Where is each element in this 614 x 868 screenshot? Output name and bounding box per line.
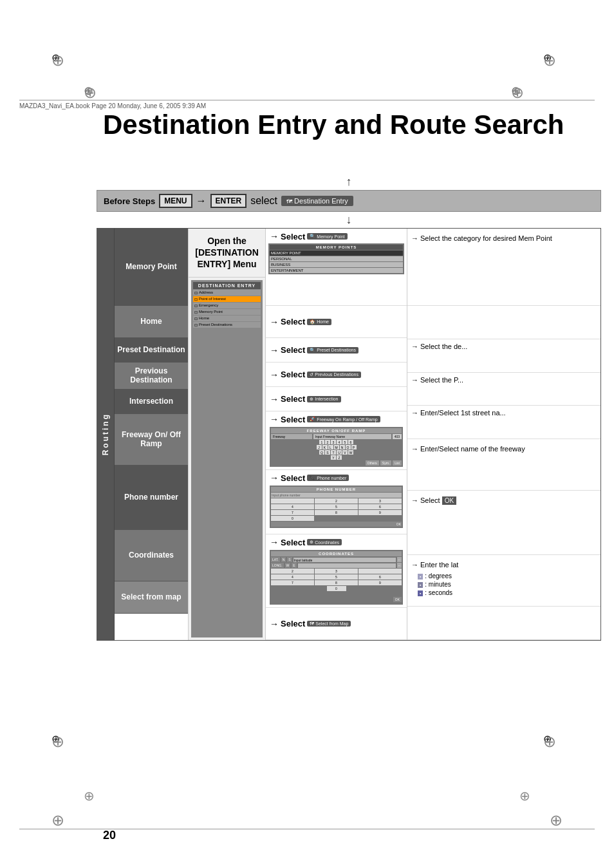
instr-arrow-phone: → [411,496,418,505]
enter-key: ENTER [210,194,247,208]
select-header-memory: → Select 🔍 Memory Point [266,230,407,243]
routing-label: Routing [101,406,110,462]
instr-text-freeway: Enter/Select name of the freeway [420,444,525,453]
select-header-home: → Select 🏠 Home [266,316,335,328]
select-word-freeway: Select [281,415,305,424]
chip-home: 🏠 Home [307,319,331,325]
dest-menu-item-poi: ⊡Point of Interest [193,296,261,302]
instr-prev: → Select the P... [407,373,600,406]
select-section-coord: → Select ⊕ Coordinates COORDINATES LAT. … [266,534,407,608]
ph-key-4: 4 [271,504,314,509]
cat-memory-point: Memory Point [115,229,188,306]
instr-coord: → Enter the lat ▪ : degrees ▪ : minutes … [407,555,600,607]
instr-text-intersection: Enter/Select 1st street na... [420,408,506,417]
dest-menu-widget: DESTINATION ENTRY ⊡Address ⊡Point of Int… [191,280,263,637]
crosshair-bottom-left: ⊕ [51,733,71,752]
phone-screen-title: PHONE NUMBER [271,487,402,492]
instr-arrow-coord: → [411,560,418,569]
cat-prev-dest: Previous Destination [115,363,188,390]
coord-key-7: 7 [271,580,314,585]
chip-phone: 📞 Phone number [307,475,349,481]
select-section-intersection: → Select ⊕ Intersection [266,387,407,411]
arrow-phone: → [270,473,279,483]
coord-long-input [298,563,396,568]
page-title: Destination Entry and Route Search [103,109,564,140]
select-section-phone: → Select 📞 Phone number PHONE NUMBER Inp… [266,470,407,534]
chip-prev: ↺ Previous Destinations [307,372,361,378]
selects-col: → Select 🔍 Memory Point MEMORY POINTS ME… [265,229,407,640]
select-section-prev: → Select ↺ Previous Destinations [266,363,407,387]
chip-preset: 🔍 Preset Destinations [307,347,358,354]
select-word-memory: Select [281,232,305,241]
crosshair-btm-outer-l: ⊕ [51,811,64,829]
select-header-coord: → Select ⊕ Coordinates [266,536,407,549]
before-steps-bar: Before Steps MENU → ENTER select 🗺 Desti… [97,190,601,212]
ph-key-0: 0 [271,516,314,521]
select-section-freeway: → Select 🚀 Freeway On Ramp / Off Ramp FR… [266,411,407,470]
dest-menu-item-memory: ⊡Memory Point [193,309,261,315]
coord-title: COORDINATES [271,551,402,556]
arrow-freeway: → [270,414,279,424]
ph-key-2: 2 [315,498,358,504]
select-header-intersection: → Select ⊕ Intersection [266,393,345,406]
chip-map: 🗺 Select from Map [307,621,351,627]
select-word-home: Select [281,317,305,326]
main-content: ↑ Before Steps MENU → ENTER select 🗺 Des… [97,174,601,641]
coord-key-8: 8 [315,580,358,585]
select-header-preset: → Select 🔍 Preset Destinations [266,344,362,357]
select-header-phone: → Select 📞 Phone number [266,471,407,484]
crosshair-bottom-right: ⊕ [543,733,563,752]
coord-key-9: 9 [358,580,402,585]
coord-key-4: 4 [271,574,314,580]
coord-key-6: 6 [358,574,402,580]
coord-key-3: 3 [315,569,358,574]
dest-menu-item-address: ⊡Address [193,290,261,296]
dest-menu-item-preset: ⊡Preset Destinations [193,322,261,328]
select-section-home: → Select 🏠 Home [266,306,407,338]
instr-text-coord: Enter the lat [420,560,458,569]
select-word-map: Select [281,619,305,628]
crosshair-btm-inner-l: ⊕ [84,788,95,804]
select-word-preset: Select [281,345,305,355]
arrow-memory: → [270,231,279,241]
select-header-map: → Select 🗺 Select from Map [266,618,355,630]
diagram-table: Routing Memory Point Home Preset Destina… [97,228,601,641]
before-steps-label: Before Steps [104,196,155,206]
routing-col: Routing [97,229,114,640]
phone-ok: OK [271,522,402,527]
arrow-preset: → [270,345,279,355]
steps-arrow-down: ↓ [97,213,601,227]
instr-arrow-prev: → [411,375,418,384]
phone-number-screen: PHONE NUMBER Input phone number 2 3 4 5 … [270,486,403,528]
cat-select-map: Select from map [115,581,188,614]
cat-intersection: Intersection [115,390,188,414]
coord-screen: COORDINATES LAT. N S Input latitude ← LO… [270,550,403,605]
coord-lat-row: LAT. N S Input latitude ← [271,557,402,562]
ph-key-7: 7 [271,510,314,515]
categories-col: Memory Point Home Preset Destination Pre… [114,229,188,640]
coord-lat-input: Input latitude [293,558,396,562]
coord-key-empty [358,569,402,574]
page-number: 20 [103,829,116,842]
menu-key: MENU [159,194,192,208]
chip-coord: ⊕ Coordinates [307,539,342,545]
crosshair-top-right: ⊕ [543,52,563,71]
instr-text-preset: Select the de... [420,342,467,351]
mem-item-3: BUSINESS [270,262,403,267]
open-menu-col: Open the [DESTINATION ENTRY] Menu DESTIN… [188,229,265,640]
freeway-screen-title: FREEWAY ON/OFF RAMP [271,428,402,433]
instructions-col: → Select the category for desired Mem Po… [407,229,600,640]
cat-home: Home [115,306,188,338]
ph-key-8: 8 [315,510,358,515]
cat-freeway: Freeway On/ Off Ramp [115,414,188,466]
select-header-freeway: → Select 🚀 Freeway On Ramp / Off Ramp [266,413,407,426]
select-word-phone: Select [281,473,305,483]
ph-key-9: 9 [358,510,402,515]
instr-memory: → Select the category for desired Mem Po… [407,229,600,306]
steps-arrow-up: ↑ [97,175,601,189]
dest-menu-item-emergency: ⊡Emergency [193,303,261,308]
phone-numpad: 2 3 4 5 6 7 8 9 0 [271,498,402,521]
select-text: select [250,195,277,207]
select-word-coord: Select [281,538,305,547]
instr-arrow-intersection: → [411,408,418,417]
